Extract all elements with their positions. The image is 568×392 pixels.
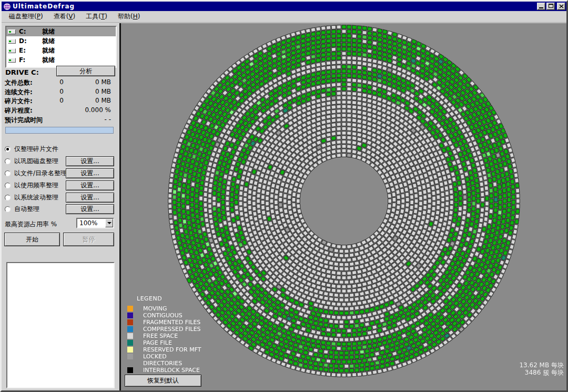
restore-defaults-button[interactable]: 恢复到默认 xyxy=(125,375,201,387)
legend-label: LOCKED xyxy=(143,353,167,360)
stat-size: - - xyxy=(63,116,111,123)
settings-button-file-dir-name[interactable]: 设置... xyxy=(66,168,114,178)
minimize-icon xyxy=(539,7,543,8)
legend-label: PAGE FILE xyxy=(143,339,172,346)
radio-icon[interactable] xyxy=(5,146,11,152)
drive-status: 就绪 xyxy=(42,56,55,65)
radio-icon[interactable] xyxy=(5,170,11,176)
stat-row-contiguous-files: 连续文件: 0 0 MB xyxy=(5,88,116,96)
radio-label: 自动整理 xyxy=(14,205,39,214)
radio-icon[interactable] xyxy=(5,158,11,164)
menu-label: 帮助( xyxy=(118,13,133,20)
app-icon xyxy=(4,3,11,10)
drive-name: E: xyxy=(19,47,42,54)
legend-label: INTERBLOCK SPACE xyxy=(143,367,200,374)
block-size-info: 13.62 MB 每块 3486 簇 每块 xyxy=(519,361,564,376)
legend-swatch xyxy=(127,326,133,332)
legend-item-directories: DIRECTORIES xyxy=(127,360,201,367)
menu-bar: 磁盘整理(P) 查看(V) 工具(T) 帮助(H) xyxy=(2,11,566,23)
menu-tools[interactable]: 工具(T) xyxy=(82,11,111,22)
radio-icon[interactable] xyxy=(5,195,11,200)
menu-defrag[interactable]: 磁盘整理(P) xyxy=(5,11,47,22)
legend-label: FRAGMENTED FILES xyxy=(143,319,200,326)
legend-label: DIRECTORIES xyxy=(143,360,182,367)
drive-status: 就绪 xyxy=(42,46,55,55)
drive-row-d[interactable]: D: 就绪 xyxy=(6,36,116,46)
radio-defrag-fragmented-only[interactable]: 仅整理碎片文件 xyxy=(5,145,58,153)
drive-led-icon xyxy=(9,41,11,42)
radio-by-system-volatility[interactable]: 以系统波动整理 xyxy=(5,193,58,202)
legend-item-page-file: PAGE FILE xyxy=(127,339,201,346)
title-bar[interactable]: UltimateDefrag xyxy=(2,2,566,11)
drive-icon xyxy=(8,58,16,63)
legend-swatch xyxy=(127,319,133,325)
legend-item-fragmented: FRAGMENTED FILES xyxy=(127,319,201,326)
drive-icon xyxy=(8,48,16,53)
legend-label: MOVING xyxy=(143,305,167,312)
legend-swatch xyxy=(127,367,133,373)
chevron-down-icon[interactable] xyxy=(105,219,113,227)
menu-label: 工具( xyxy=(86,13,101,20)
stat-label: 碎片文件: xyxy=(5,97,33,106)
radio-icon[interactable] xyxy=(5,183,11,188)
settings-button-usage-frequency[interactable]: 设置... xyxy=(66,180,114,190)
radio-automatic[interactable]: 自动整理 xyxy=(5,205,39,213)
legend-item-free-space: FREE SPACE xyxy=(127,333,201,339)
drive-list[interactable]: C: 就绪 D: 就绪 E: 就绪 F: 就绪 xyxy=(5,26,117,68)
menu-mnemonic: H xyxy=(133,13,138,20)
disk-map-area: LEGEND MOVING CONTIGUOUS FRAGMENTED FILE… xyxy=(121,23,566,390)
menu-mnemonic: P xyxy=(37,13,40,20)
analyze-button[interactable]: 分析 xyxy=(56,66,115,76)
drive-led-icon xyxy=(9,50,11,52)
log-listbox[interactable] xyxy=(6,262,115,388)
menu-label: ) xyxy=(40,13,43,20)
drive-name: D: xyxy=(19,37,42,45)
stat-row-total-files: 文件总数: 0 0 MB xyxy=(5,78,116,87)
drive-status: 就绪 xyxy=(42,27,55,36)
radio-by-usage-frequency[interactable]: 以使用频率整理 xyxy=(5,181,58,189)
settings-button-consolidate[interactable]: 设置... xyxy=(66,156,114,166)
maximize-button[interactable] xyxy=(546,3,555,10)
menu-label: ) xyxy=(73,13,76,20)
control-panel: C: 就绪 D: 就绪 E: 就绪 F: 就绪 DRIVE C: 分析 文件总数… xyxy=(2,23,119,390)
radio-label: 以系统波动整理 xyxy=(14,193,58,202)
drive-icon xyxy=(8,39,16,44)
radio-consolidate[interactable]: 以巩固磁盘整理 xyxy=(5,157,58,165)
legend-label: FREE SPACE xyxy=(143,333,178,339)
stat-row-fragmentation: 碎片程度: 0.000 % xyxy=(5,106,116,115)
legend-label: RESERVED FOR MFT xyxy=(143,346,201,353)
drive-icon xyxy=(8,29,16,34)
close-button[interactable] xyxy=(557,3,565,10)
legend-item-moving: MOVING xyxy=(127,305,201,312)
drive-row-e[interactable]: E: 就绪 xyxy=(6,46,116,55)
stat-label: 碎片程度: xyxy=(5,106,33,115)
stat-count: 0 xyxy=(36,97,64,104)
stat-size: 0 MB xyxy=(63,88,111,95)
legend-swatch xyxy=(127,347,133,353)
radio-by-file-dir-name[interactable]: 以文件/目录名整理 xyxy=(5,169,67,177)
drive-row-c[interactable]: C: 就绪 xyxy=(6,27,116,36)
block-size-clusters: 3486 簇 每块 xyxy=(519,369,564,376)
drive-led-icon xyxy=(9,59,11,61)
settings-button-automatic[interactable]: 设置... xyxy=(66,204,114,214)
maximize-icon xyxy=(549,4,553,8)
stat-row-fragmented-files: 碎片文件: 0 0 MB xyxy=(5,97,116,105)
legend-item-compressed: COMPRESSED FILES xyxy=(127,326,201,333)
menu-label: 查看( xyxy=(54,13,69,20)
settings-button-system-volatility[interactable]: 设置... xyxy=(66,193,114,203)
drive-row-f[interactable]: F: 就绪 xyxy=(6,55,116,65)
close-icon xyxy=(559,4,564,8)
menu-view[interactable]: 查看(V) xyxy=(49,11,80,22)
stat-row-eta: 预计完成时间 - - xyxy=(5,116,116,124)
legend-label: COMPRESSED FILES xyxy=(143,326,201,333)
minimize-button[interactable] xyxy=(537,3,545,10)
combo-value: 100% xyxy=(77,219,105,227)
start-button[interactable]: 开始 xyxy=(4,233,60,246)
progress-bar xyxy=(5,127,114,134)
legend: LEGEND MOVING CONTIGUOUS FRAGMENTED FILE… xyxy=(127,295,201,374)
drive-name: F: xyxy=(19,56,42,64)
menu-help[interactable]: 帮助(H) xyxy=(114,11,144,22)
resource-usage-select[interactable]: 100% xyxy=(76,218,114,228)
radio-label: 仅整理碎片文件 xyxy=(14,145,58,154)
radio-icon[interactable] xyxy=(5,206,11,212)
